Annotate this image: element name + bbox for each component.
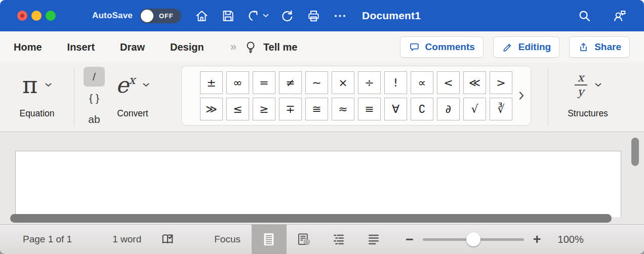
print-layout-view-button[interactable] <box>252 225 287 254</box>
draft-view-button[interactable] <box>356 225 391 254</box>
tell-me-label: Tell me <box>263 41 297 53</box>
symbol-cell[interactable]: ≠ <box>279 71 302 94</box>
symbol-cell[interactable]: ∓ <box>279 98 302 120</box>
view-switcher <box>252 225 391 254</box>
chevron-right-icon <box>519 92 524 100</box>
page-count-status[interactable]: Page 1 of 1 <box>23 234 72 245</box>
person-chat-icon <box>613 9 627 23</box>
symbol-cell[interactable]: ± <box>200 71 223 94</box>
symbol-cell[interactable]: ≥ <box>253 98 275 120</box>
group-divider <box>548 68 548 126</box>
outline-view-button[interactable] <box>321 225 356 254</box>
zoom-window-button[interactable] <box>46 11 56 21</box>
gallery-scroll-button[interactable] <box>512 66 531 125</box>
zoom-in-button[interactable]: + <box>533 233 541 246</box>
word-window: AutoSave OFF <box>0 0 644 254</box>
symbol-cell[interactable]: × <box>332 71 354 94</box>
undo-icon <box>246 9 261 23</box>
symbol-cell[interactable]: ! <box>384 71 407 94</box>
editing-button[interactable]: Editing <box>493 36 559 58</box>
close-button[interactable] <box>17 11 27 21</box>
print-button[interactable] <box>305 8 321 24</box>
focus-label: Focus <box>214 234 240 245</box>
equation-tools: / { } ab <box>83 67 105 132</box>
symbol-cell[interactable]: ≤ <box>226 98 249 120</box>
symbol-cell[interactable]: ∞ <box>226 71 249 94</box>
convert-group[interactable]: ex Convert <box>108 63 157 132</box>
tab-design[interactable]: Design <box>170 41 204 53</box>
e-to-x-glyph: ex <box>116 74 135 96</box>
redo-button[interactable] <box>279 8 295 24</box>
tell-me-button[interactable]: Tell me <box>244 40 297 54</box>
brackets-button[interactable]: { } <box>84 88 105 108</box>
minimize-button[interactable] <box>31 11 42 21</box>
equation-group[interactable]: π Equation <box>0 63 74 132</box>
document-page[interactable] <box>15 151 621 217</box>
symbol-cell[interactable]: > <box>490 71 512 94</box>
normal-text-button[interactable]: ab <box>84 109 105 129</box>
symbol-cell[interactable]: ∝ <box>411 71 433 94</box>
symbol-cell[interactable]: ≡ <box>358 98 381 120</box>
vertical-scrollbar[interactable] <box>631 138 639 166</box>
print-icon <box>306 9 321 23</box>
chevron-down-icon <box>45 83 52 87</box>
title-bar: AutoSave OFF <box>0 0 644 31</box>
symbols-grid: ±∞=≠∼×÷!∝<≪>≫≤≥∓≅≈≡∀∁∂√∛ <box>200 71 512 120</box>
comments-button[interactable]: Comments <box>400 36 484 58</box>
ribbon-tab-row: Home Insert Draw Design » Tell me Commen… <box>0 31 644 63</box>
status-bar: Page 1 of 1 1 word Focus <box>0 224 644 254</box>
autosave-state: OFF <box>159 12 173 20</box>
pencil-icon <box>502 41 513 53</box>
autosave-toggle[interactable]: OFF <box>140 9 181 23</box>
symbol-cell[interactable]: ∛ <box>490 98 512 120</box>
structures-group[interactable]: x y Structures <box>555 63 621 132</box>
symbol-cell[interactable]: ≅ <box>305 98 328 120</box>
autosave-label: AutoSave <box>92 11 133 21</box>
share-label: Share <box>594 41 621 53</box>
tab-overflow-chevrons[interactable]: » <box>230 40 235 54</box>
editing-label: Editing <box>518 41 551 53</box>
share-button[interactable]: Share <box>569 36 630 58</box>
save-button[interactable] <box>220 8 236 24</box>
symbol-cell[interactable]: ∂ <box>437 98 460 120</box>
focus-button[interactable]: Focus <box>208 234 240 245</box>
symbol-cell[interactable]: ≪ <box>463 71 486 94</box>
undo-button[interactable] <box>246 9 269 23</box>
home-button[interactable] <box>193 8 210 24</box>
web-layout-view-button[interactable] <box>287 225 321 254</box>
tab-home[interactable]: Home <box>14 41 42 53</box>
proofing-status-button[interactable] <box>159 231 176 248</box>
redo-icon <box>280 9 295 23</box>
symbol-cell[interactable]: ÷ <box>358 71 381 94</box>
symbol-cell[interactable]: ∀ <box>384 98 407 120</box>
fraction-glyph: x y <box>575 72 587 98</box>
horizontal-scrollbar[interactable] <box>10 214 612 223</box>
symbol-cell[interactable]: ∁ <box>411 98 433 120</box>
tab-insert[interactable]: Insert <box>67 41 95 53</box>
document-area[interactable] <box>0 132 644 224</box>
share-presence-button[interactable] <box>612 8 628 24</box>
print-layout-icon <box>261 232 276 247</box>
word-count-status[interactable]: 1 word <box>112 234 141 245</box>
pi-glyph: π <box>22 73 37 97</box>
symbol-cell[interactable]: ≫ <box>200 98 223 120</box>
search-button[interactable] <box>576 8 592 24</box>
symbol-cell[interactable]: ≈ <box>332 98 354 120</box>
zoom-slider-thumb[interactable] <box>466 232 480 246</box>
tab-draw[interactable]: Draw <box>120 41 145 53</box>
equation-ribbon: π Equation / { } ab ex Convert ±∞=≠∼×÷!∝… <box>0 63 644 132</box>
structures-label: Structures <box>568 108 608 119</box>
draft-icon <box>366 232 381 247</box>
fraction-button[interactable]: / <box>84 67 105 87</box>
symbol-cell[interactable]: √ <box>463 98 486 120</box>
zoom-out-button[interactable]: − <box>406 233 414 246</box>
symbol-cell[interactable]: ∼ <box>305 71 328 94</box>
symbol-cell[interactable]: = <box>253 71 275 94</box>
zoom-level[interactable]: 100% <box>558 234 584 245</box>
search-icon <box>577 9 592 23</box>
zoom-slider[interactable] <box>423 238 524 241</box>
chevron-down-icon[interactable] <box>263 14 269 18</box>
symbol-cell[interactable]: < <box>437 71 460 94</box>
more-options-button[interactable] <box>332 8 348 24</box>
lightbulb-icon <box>244 40 258 54</box>
